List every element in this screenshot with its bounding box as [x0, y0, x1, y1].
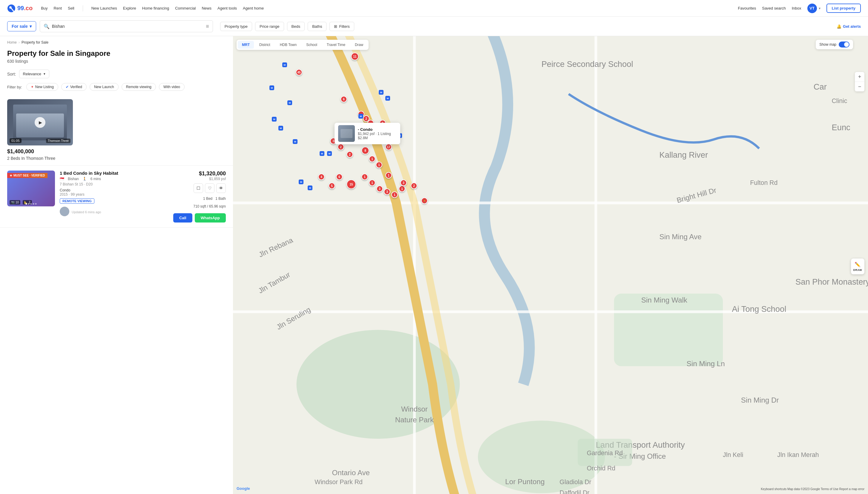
menu-icon[interactable]: ≡ — [206, 23, 209, 30]
svg-text:Fulton Rd: Fulton Rd — [750, 179, 777, 186]
map-marker-8[interactable]: 8 — [362, 147, 369, 154]
main-layout: Home › Property for Sale Property for Sa… — [0, 36, 868, 494]
nav-explore[interactable]: Explore — [123, 6, 136, 11]
map-tab-travel-time[interactable]: Travel Time — [323, 41, 349, 49]
price-range-filter[interactable]: Price range — [255, 22, 284, 31]
map-tab-district[interactable]: District — [255, 41, 274, 49]
map-marker-1c[interactable]: 1 — [362, 173, 368, 180]
mrt-marker-1[interactable]: M — [282, 62, 287, 67]
mrt-marker-3[interactable]: M — [287, 100, 292, 105]
beds-filter[interactable]: Beds — [287, 22, 305, 31]
for-sale-button[interactable]: For sale ▾ — [7, 21, 36, 31]
map-marker-6b[interactable]: 6 — [336, 173, 343, 180]
mrt-marker-10[interactable]: M — [327, 151, 332, 156]
breadcrumb-home[interactable]: Home — [7, 40, 17, 44]
save-button[interactable]: ☐ — [194, 183, 203, 193]
draw-button[interactable]: ✏️ DRAW — [851, 259, 865, 274]
svg-text:Peirce Secondary School: Peirce Secondary School — [542, 59, 633, 69]
filter-tag-new-launch[interactable]: New Launch — [90, 83, 119, 91]
mrt-marker-5[interactable]: M — [278, 126, 283, 131]
nav-news[interactable]: News — [201, 6, 211, 11]
nav-saved-search[interactable]: Saved search — [762, 6, 786, 11]
nav-favourites[interactable]: Favourites — [738, 6, 756, 11]
map-marker-15[interactable]: 15 — [346, 179, 356, 189]
nav-commercial[interactable]: Commercial — [175, 6, 196, 11]
listings-count: 630 listings — [0, 59, 233, 67]
filters-button[interactable]: ⊞ Filters — [329, 22, 354, 31]
map-marker-11[interactable]: 11 — [351, 53, 359, 60]
toggle-switch[interactable] — [839, 41, 849, 48]
mrt-marker-7[interactable]: M — [359, 114, 363, 118]
filter-tag-verified[interactable]: ✔ Verified — [61, 83, 86, 91]
map-marker-1e[interactable]: 1 — [391, 191, 398, 198]
mrt-marker-11[interactable]: M — [299, 179, 304, 184]
nav-home-financing[interactable]: Home financing — [142, 6, 169, 11]
nav-new-launches[interactable]: New Launches — [91, 6, 117, 11]
nav-agent-tools[interactable]: Agent tools — [217, 6, 237, 11]
map-marker-person[interactable]: 🧍 — [421, 197, 428, 204]
svg-text:Eunc: Eunc — [832, 123, 850, 132]
listing-card-image[interactable]: ★ MUST SEE · VERIFIED 📷 10 📐 2 — [7, 171, 55, 206]
mrt-marker-13[interactable]: M — [379, 90, 384, 95]
nav-sell[interactable]: Sell — [68, 6, 74, 11]
listing-card: ★ MUST SEE · VERIFIED 📷 10 📐 2 — [0, 166, 233, 228]
card-psf: $1,859 psf — [209, 177, 226, 181]
call-button[interactable]: Call — [173, 213, 192, 223]
play-button[interactable]: ▶ — [35, 117, 45, 128]
map-tab-draw[interactable]: Draw — [351, 41, 367, 49]
zoom-in-button[interactable]: + — [855, 72, 864, 81]
card-title[interactable]: 1 Bed Condo in Sky Habitat — [60, 171, 169, 176]
map-marker-3c[interactable]: 3 — [384, 188, 390, 195]
get-alerts-button[interactable]: 🔔 Get alerts — [837, 24, 861, 29]
location-name: Bishan — [68, 177, 79, 181]
map-marker-4[interactable]: 4 — [318, 173, 325, 180]
show-map-toggle[interactable]: Show map — [816, 40, 853, 49]
mrt-marker-12[interactable]: M — [308, 186, 312, 190]
avatar-chevron[interactable]: ▾ — [819, 6, 821, 11]
baths-filter[interactable]: Baths — [308, 22, 326, 31]
mrt-marker-9[interactable]: M — [320, 151, 324, 156]
whatsapp-button[interactable]: WhatsApp — [195, 213, 226, 223]
mrt-marker-2[interactable]: M — [269, 86, 274, 90]
filter-tag-new-listing[interactable]: ✦ New Listing — [26, 83, 58, 91]
map-container[interactable]: Jln Seruling Jln Tambur Jln Rebana Sin M… — [233, 36, 868, 494]
nav-buy[interactable]: Buy — [41, 6, 47, 11]
mrt-marker-6[interactable]: M — [293, 139, 297, 144]
map-tab-mrt[interactable]: MRT — [238, 41, 254, 49]
map-marker-45[interactable]: 45 — [296, 69, 302, 76]
map-marker-1g[interactable]: 1 — [385, 172, 392, 178]
nav-rent[interactable]: Rent — [54, 6, 62, 11]
hide-button[interactable]: 👁 — [216, 183, 226, 193]
map-marker-6[interactable]: 6 — [341, 96, 347, 102]
show-map-label: Show map — [819, 42, 836, 46]
map-marker-2b[interactable]: 2 — [337, 144, 344, 150]
list-property-button[interactable]: List property — [827, 4, 861, 13]
nav-inbox[interactable]: Inbox — [792, 6, 802, 11]
filter-tag-with-video[interactable]: With video — [159, 83, 185, 91]
logo[interactable]: 99.co — [7, 4, 33, 13]
map-marker-1d[interactable]: 1 — [369, 179, 375, 186]
map-marker-1f[interactable]: 1 — [399, 186, 405, 192]
featured-listing-image[interactable]: ▶ 01:05 Thomson Three — [7, 99, 73, 146]
map-marker-5[interactable]: 5 — [329, 183, 335, 189]
search-input[interactable] — [52, 24, 204, 29]
nav-agent-home[interactable]: Agent home — [243, 6, 264, 11]
avatar[interactable]: VT — [807, 4, 817, 13]
map-marker-1b[interactable]: 1 — [376, 162, 382, 168]
map-marker-3d[interactable]: 3 — [400, 179, 407, 186]
map-marker-2c[interactable]: 2 — [346, 151, 353, 158]
property-type-filter[interactable]: Property type — [220, 22, 252, 31]
filter-tag-remote-viewing[interactable]: Remote viewing — [121, 83, 156, 91]
map-tab-hdb-town[interactable]: HDB Town — [276, 41, 301, 49]
map-marker-17[interactable]: 17 — [385, 144, 392, 150]
map-marker-2d[interactable]: 2 — [411, 183, 417, 189]
favourite-button[interactable]: ♡ — [205, 183, 214, 193]
zoom-out-button[interactable]: − — [855, 82, 864, 91]
mrt-marker-4[interactable]: M — [272, 117, 276, 121]
map-tab-school[interactable]: School — [302, 41, 322, 49]
mrt-marker-14[interactable]: M — [385, 96, 390, 101]
search-bar: For sale ▾ 🔍 ≡ Property type Price range… — [0, 17, 868, 36]
map-marker-3b[interactable]: 3 — [377, 186, 383, 192]
map-marker-1a[interactable]: 1 — [369, 156, 375, 162]
sort-select[interactable]: Relevance ▾ — [19, 70, 49, 78]
